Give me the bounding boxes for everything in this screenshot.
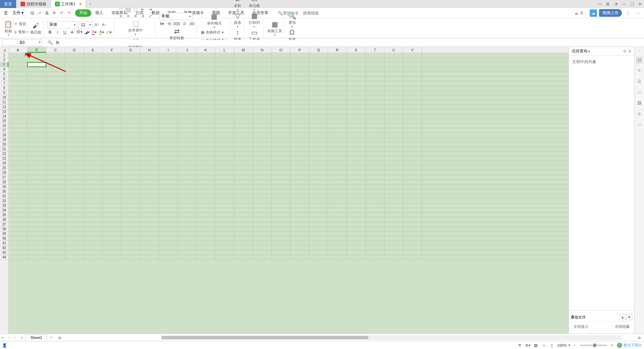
- cell[interactable]: [103, 232, 121, 236]
- cell[interactable]: [234, 91, 253, 95]
- cell[interactable]: [215, 194, 234, 198]
- cell[interactable]: [309, 119, 328, 123]
- zoom-slider[interactable]: [580, 345, 607, 346]
- cell[interactable]: [178, 222, 197, 227]
- cell[interactable]: [309, 95, 328, 100]
- cell[interactable]: [215, 213, 234, 217]
- row-header[interactable]: 31: [0, 194, 8, 199]
- cell[interactable]: [46, 91, 65, 95]
- preview-icon[interactable]: 👁: [51, 10, 58, 16]
- menu-insert[interactable]: 插入: [91, 8, 107, 18]
- cell[interactable]: [103, 213, 121, 217]
- cell[interactable]: [384, 53, 403, 57]
- cell[interactable]: [253, 67, 272, 71]
- cell[interactable]: [309, 62, 328, 67]
- cell[interactable]: [309, 72, 328, 76]
- cell[interactable]: [347, 91, 366, 95]
- panel-close-icon[interactable]: ✕: [628, 49, 632, 54]
- cell[interactable]: [159, 100, 178, 104]
- cell[interactable]: [103, 250, 121, 255]
- cell[interactable]: [178, 175, 197, 180]
- cell[interactable]: [197, 161, 215, 165]
- cell[interactable]: [253, 86, 272, 90]
- cell[interactable]: [272, 91, 290, 95]
- cell[interactable]: [197, 236, 215, 241]
- row-header[interactable]: 13: [0, 109, 8, 114]
- cell[interactable]: [328, 208, 347, 212]
- cell[interactable]: [328, 222, 347, 227]
- cell[interactable]: [215, 128, 234, 133]
- cell[interactable]: [234, 161, 253, 165]
- cell[interactable]: [197, 227, 215, 231]
- cell[interactable]: [366, 86, 384, 90]
- cell[interactable]: [272, 114, 290, 118]
- filter-button[interactable]: ▽筛选▾: [234, 11, 241, 28]
- cell[interactable]: [272, 53, 290, 57]
- cell[interactable]: [9, 166, 28, 170]
- row-header[interactable]: 12: [0, 105, 8, 109]
- cell[interactable]: [272, 58, 290, 62]
- cell[interactable]: [234, 58, 253, 62]
- cell[interactable]: [121, 95, 140, 100]
- cell[interactable]: [159, 67, 178, 71]
- cell[interactable]: [215, 138, 234, 142]
- cell[interactable]: [159, 53, 178, 57]
- row-header[interactable]: 16: [0, 123, 8, 128]
- cell[interactable]: [140, 246, 159, 250]
- cell[interactable]: [347, 213, 366, 217]
- row-header[interactable]: 7: [0, 81, 8, 86]
- align-top-icon[interactable]: ⬚: [118, 6, 124, 12]
- cell[interactable]: [159, 241, 178, 245]
- cell[interactable]: [290, 138, 309, 142]
- page-layout-view-icon[interactable]: ▭: [541, 342, 547, 348]
- cell[interactable]: [403, 194, 422, 198]
- cell[interactable]: [384, 58, 403, 62]
- cell[interactable]: [28, 222, 46, 227]
- cell[interactable]: [215, 86, 234, 90]
- cell[interactable]: [384, 100, 403, 104]
- cell[interactable]: [384, 62, 403, 67]
- cell[interactable]: [178, 156, 197, 161]
- cell[interactable]: [178, 147, 197, 151]
- cell[interactable]: [140, 62, 159, 67]
- cell[interactable]: [103, 109, 121, 114]
- cell[interactable]: [366, 67, 384, 71]
- cell[interactable]: [215, 156, 234, 161]
- cell[interactable]: [384, 170, 403, 175]
- cell[interactable]: [46, 72, 65, 76]
- cell[interactable]: [84, 236, 103, 241]
- cell[interactable]: [46, 255, 65, 259]
- cell[interactable]: [309, 208, 328, 212]
- cell[interactable]: [215, 227, 234, 231]
- cell[interactable]: [140, 208, 159, 212]
- cell[interactable]: [103, 227, 121, 231]
- indent-inc-icon[interactable]: ⇥: [147, 6, 153, 12]
- select-tool-icon[interactable]: ▭: [636, 57, 643, 63]
- cell[interactable]: [9, 72, 28, 76]
- cell[interactable]: [309, 185, 328, 189]
- cell[interactable]: [328, 128, 347, 133]
- cell[interactable]: [103, 199, 121, 203]
- cell[interactable]: [328, 217, 347, 222]
- cell[interactable]: [290, 250, 309, 255]
- cell[interactable]: [197, 105, 215, 109]
- redo-icon[interactable]: ↷: [66, 10, 72, 16]
- cell[interactable]: [197, 222, 215, 227]
- cell[interactable]: [28, 203, 46, 208]
- cell[interactable]: [121, 86, 140, 90]
- cell[interactable]: [46, 133, 65, 137]
- cell[interactable]: [84, 227, 103, 231]
- cell[interactable]: [140, 152, 159, 156]
- row-header[interactable]: 25: [0, 166, 8, 170]
- cell[interactable]: [234, 250, 253, 255]
- cell[interactable]: [121, 67, 140, 71]
- cell[interactable]: [140, 227, 159, 231]
- cell[interactable]: [384, 128, 403, 133]
- cell[interactable]: [46, 86, 65, 90]
- cell[interactable]: [366, 189, 384, 194]
- cell[interactable]: [65, 203, 84, 208]
- hide-all-button[interactable]: 全部隐藏: [612, 323, 632, 330]
- cell[interactable]: [65, 81, 84, 86]
- cell[interactable]: [65, 95, 84, 100]
- cell[interactable]: [46, 166, 65, 170]
